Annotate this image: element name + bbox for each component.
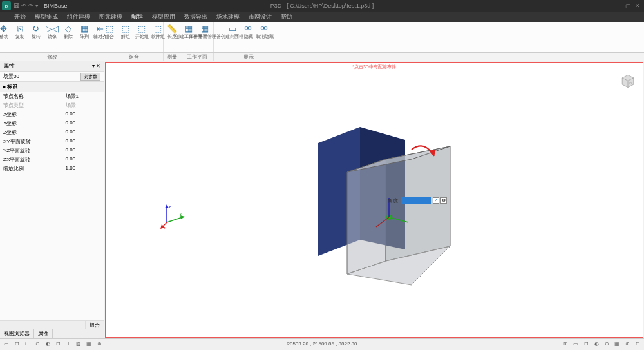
property-value[interactable]: 0.00 [62, 137, 104, 146]
array-icon: ▦ [79, 23, 90, 34]
angle-settings-icon[interactable]: ⚙ [440, 197, 447, 204]
status-r-6[interactable]: ▦ [613, 341, 621, 347]
property-key: Z坐标 [0, 128, 62, 137]
status-icon-9[interactable]: ▦ [85, 341, 93, 347]
property-key: Y坐标 [0, 119, 62, 128]
unhide-icon: 👁 [260, 23, 270, 34]
properties-section-header: ▸ 标识 [0, 82, 104, 92]
properties-foot-tab[interactable]: 组合 [85, 321, 104, 329]
menu-1[interactable]: 模型集成 [35, 13, 58, 21]
mirror-icon: ▷◁ [47, 23, 57, 34]
status-icon-7[interactable]: ⊥ [64, 341, 72, 347]
property-row[interactable]: Z坐标0.00 [0, 128, 104, 137]
property-value[interactable]: 0.00 [62, 128, 104, 137]
property-value[interactable]: 0.00 [62, 110, 104, 119]
property-key: XY平面旋转 [0, 137, 62, 146]
menu-7[interactable]: 场地建模 [216, 13, 240, 21]
angle-lock-checkbox[interactable]: ✓ [433, 197, 439, 204]
model-geometry [283, 121, 489, 314]
ribbon-rotate-button[interactable]: ↻旋转 [29, 23, 43, 51]
qat-undo-icon[interactable]: ↶ [21, 3, 26, 9]
qat-save-icon[interactable]: 🖫 [14, 3, 19, 9]
svg-text:z: z [169, 205, 171, 209]
property-value[interactable]: 0.00 [62, 146, 104, 155]
hide-icon: 👁 [243, 23, 254, 34]
status-icon-5[interactable]: ◐ [44, 341, 52, 347]
status-right-tools: ⊞ ▭ ⊡ ◐ ⊙ ▦ ⊕ ⊟ [562, 341, 644, 347]
ribbon-ungroup-button[interactable]: ⬚解组 [118, 23, 133, 51]
status-icon-2[interactable]: ⊞ [13, 341, 21, 347]
status-icon-8[interactable]: ▨ [75, 341, 82, 347]
close-button[interactable]: ✕ [635, 3, 640, 9]
ribbon-group-button[interactable]: ⬚组合 [102, 23, 117, 51]
property-value[interactable]: 1.00 [62, 164, 104, 173]
properties-close-icon[interactable]: ▾ ✕ [92, 63, 100, 69]
ribbon-wp-mgr-button[interactable]: ▦工作平面管理器 [198, 23, 212, 51]
status-r-2[interactable]: ▭ [572, 341, 580, 347]
properties-browse-button[interactable]: 浏参数 [80, 73, 100, 81]
minimize-button[interactable]: — [616, 3, 621, 9]
property-value[interactable]: 0.00 [62, 119, 104, 128]
property-row[interactable]: YZ平面旋转0.00 [0, 146, 104, 155]
ribbon-hide-button[interactable]: 👁隐藏 [242, 23, 256, 51]
property-row[interactable]: Y坐标0.00 [0, 119, 104, 128]
menu-4[interactable]: 编辑 [131, 12, 143, 21]
axis-triad: z y x [160, 203, 186, 229]
create-section-icon: ▭ [227, 23, 238, 34]
property-value[interactable]: 场景1 [62, 92, 104, 101]
status-left-tools: ▭ ⊞ ∟ ⊙ ◐ ⊡ ⊥ ▨ ▦ ⊕ [0, 341, 103, 347]
ribbon-create-section-button[interactable]: ▭创建剖面框 [225, 23, 240, 51]
menu-3[interactable]: 图元建模 [99, 13, 122, 21]
ribbon-group-labels: 修改组合测量工作平面显示 [0, 53, 644, 61]
viewport-3d[interactable]: *点击3D中有配键布件 右 [105, 62, 643, 338]
status-icon-10[interactable]: ⊕ [95, 341, 103, 347]
ribbon-label: 复制 [15, 34, 24, 39]
angle-input-field[interactable] [401, 197, 431, 204]
status-icon-1[interactable]: ▭ [3, 341, 10, 347]
menu-0[interactable]: 开始 [14, 13, 26, 21]
app-logo: b [2, 1, 11, 10]
property-value[interactable]: 0.00 [62, 155, 104, 164]
status-r-1[interactable]: ⊞ [562, 341, 569, 347]
property-value[interactable]: 场景 [62, 101, 104, 110]
status-r-4[interactable]: ◐ [592, 341, 600, 347]
bottom-tab[interactable]: 视图浏览器 [0, 329, 34, 338]
angle-input-overlay: 角度 ✓ ⚙ [388, 197, 447, 204]
status-r-8[interactable]: ⊟ [634, 341, 641, 347]
property-row[interactable]: XY平面旋转0.00 [0, 137, 104, 146]
view-cube[interactable]: 右 [621, 74, 635, 88]
app-name: BIMBase [44, 3, 68, 9]
length-icon: 📏 [167, 23, 177, 34]
status-icon-3[interactable]: ∟ [23, 341, 31, 347]
property-row[interactable]: ZX平面旋转0.00 [0, 155, 104, 164]
status-r-5[interactable]: ⊙ [603, 341, 611, 347]
menu-9[interactable]: 帮助 [281, 13, 292, 21]
svg-marker-6 [347, 159, 386, 274]
menu-8[interactable]: 市网设计 [249, 13, 272, 21]
status-r-3[interactable]: ⊡ [582, 341, 590, 347]
ribbon-unhide-button[interactable]: 👁取消隐藏 [258, 23, 272, 51]
property-row[interactable]: 节点类型场景 [0, 101, 104, 110]
ribbon-startgrp-button[interactable]: ⬚开始组 [135, 23, 149, 51]
property-row[interactable]: X坐标0.00 [0, 110, 104, 119]
ribbon-mirror-button[interactable]: ▷◁镜像 [45, 23, 59, 51]
status-icon-6[interactable]: ⊡ [54, 341, 62, 347]
status-r-7[interactable]: ⊕ [623, 341, 631, 347]
ribbon-label: 组合 [105, 34, 114, 39]
status-icon-4[interactable]: ⊙ [33, 341, 41, 347]
properties-footer: 组合 [0, 320, 104, 329]
ribbon-copy-button[interactable]: ⎘复制 [13, 23, 27, 51]
qat-more-icon[interactable]: ▾ [35, 3, 39, 9]
menu-2[interactable]: 组件建模 [67, 13, 90, 21]
ribbon-move-button[interactable]: ✥移动 [0, 23, 11, 51]
property-row[interactable]: 缩放比例1.00 [0, 164, 104, 173]
ribbon-array-button[interactable]: ▦阵列 [77, 23, 91, 51]
menu-5[interactable]: 模型应用 [152, 13, 175, 21]
property-row[interactable]: 节点名称场景1 [0, 92, 104, 101]
ribbon-delete-button[interactable]: ◇删除 [61, 23, 75, 51]
qat-redo-icon[interactable]: ↷ [28, 3, 33, 9]
bottom-tab[interactable]: 属性 [34, 329, 53, 338]
window-controls: — ▢ ✕ [616, 3, 644, 9]
menu-6[interactable]: 数据导出 [184, 13, 207, 21]
maximize-button[interactable]: ▢ [625, 3, 631, 9]
